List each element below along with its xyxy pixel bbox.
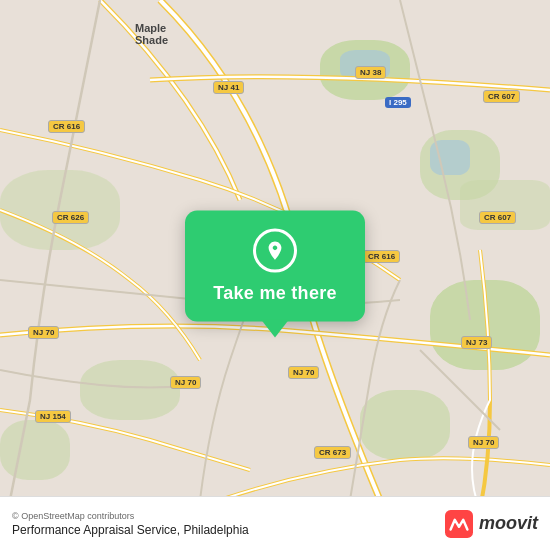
moovit-icon xyxy=(445,510,473,538)
road-shield-cr607-top: CR 607 xyxy=(483,90,520,103)
road-shield-cr607-right: CR 607 xyxy=(479,211,516,224)
moovit-logo: moovit xyxy=(445,510,538,538)
road-shield-cr616-left: CR 616 xyxy=(48,120,85,133)
attribution-text: © OpenStreetMap contributors xyxy=(12,511,249,521)
road-shield-nj154: NJ 154 xyxy=(35,410,71,423)
road-shield-cr673: CR 673 xyxy=(314,446,351,459)
popup-tail xyxy=(261,320,289,338)
road-shield-nj73: NJ 73 xyxy=(461,336,492,349)
road-shield-i295-top: I 295 xyxy=(385,97,411,108)
popup-card[interactable]: Take me there xyxy=(185,211,365,322)
road-shield-nj70-midleft: NJ 70 xyxy=(170,376,201,389)
location-name-text: Performance Appraisal Service, Philadelp… xyxy=(12,523,249,537)
svg-rect-0 xyxy=(445,510,473,538)
place-label-maple-shade: MapleShade xyxy=(135,22,168,46)
map-container: NJ 41 NJ 38 I 295 CR 616 CR 607 CR 626 I… xyxy=(0,0,550,550)
location-pin-icon xyxy=(253,229,297,273)
road-shield-nj41: NJ 41 xyxy=(213,81,244,94)
road-shield-nj38: NJ 38 xyxy=(355,66,386,79)
bottom-left-info: © OpenStreetMap contributors Performance… xyxy=(12,511,249,537)
road-shield-nj70-mid: NJ 70 xyxy=(288,366,319,379)
road-shield-nj70-left: NJ 70 xyxy=(28,326,59,339)
road-shield-nj70-right: NJ 70 xyxy=(468,436,499,449)
take-me-there-button[interactable]: Take me there xyxy=(213,283,337,304)
road-shield-cr626: CR 626 xyxy=(52,211,89,224)
bottom-bar: © OpenStreetMap contributors Performance… xyxy=(0,496,550,550)
moovit-text-label: moovit xyxy=(479,513,538,534)
road-shield-cr616-right: CR 616 xyxy=(363,250,400,263)
